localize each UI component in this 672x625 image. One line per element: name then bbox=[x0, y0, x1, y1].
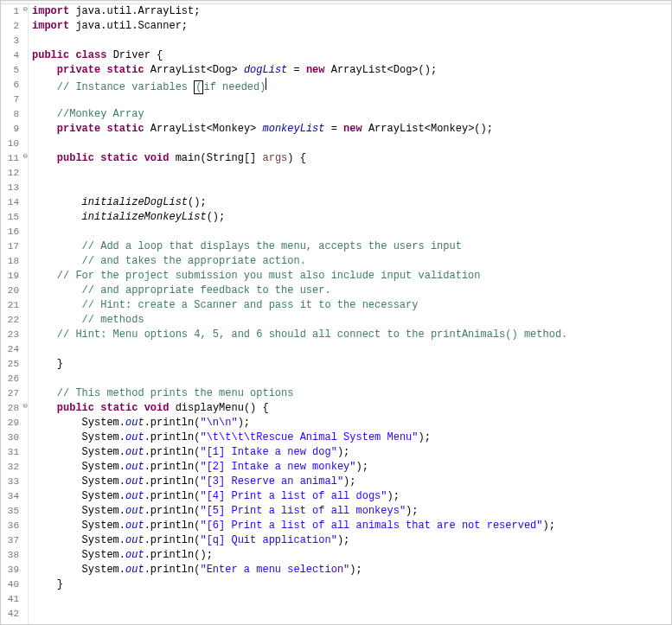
line-number[interactable]: 9 bbox=[1, 122, 26, 137]
line-number[interactable]: 31 bbox=[1, 445, 26, 460]
line-number[interactable]: 7 bbox=[1, 92, 26, 107]
code-line[interactable]: // This method prints the menu options bbox=[32, 386, 671, 401]
line-number[interactable]: 23 bbox=[1, 328, 26, 342]
code-line[interactable]: private static ArrayList<Monkey> monkeyL… bbox=[32, 122, 671, 137]
line-number[interactable]: 34 bbox=[1, 489, 26, 504]
code-token: "[5] Print a list of all monkeys" bbox=[200, 505, 406, 517]
line-number[interactable]: 22 bbox=[1, 313, 26, 328]
line-number-gutter[interactable]: 1⊖234567891011⊖1213141516171819202122232… bbox=[1, 4, 29, 624]
line-number[interactable]: 33 bbox=[1, 475, 26, 489]
line-number[interactable]: 13 bbox=[1, 181, 26, 195]
line-number[interactable]: 38 bbox=[1, 548, 26, 563]
line-number[interactable]: 24 bbox=[1, 342, 26, 357]
code-token bbox=[32, 284, 82, 297]
code-line[interactable]: //Monkey Array bbox=[32, 107, 671, 122]
code-line[interactable] bbox=[32, 607, 671, 622]
line-number[interactable]: 6 bbox=[1, 78, 26, 92]
code-token: // Instance variables bbox=[57, 81, 194, 93]
line-number[interactable]: 28⊖ bbox=[1, 401, 26, 416]
code-line[interactable] bbox=[32, 166, 671, 181]
code-line[interactable]: } bbox=[32, 577, 671, 592]
code-token: initializeMonkeyList bbox=[82, 211, 207, 223]
code-line[interactable]: System.out.println("[6] Print a list of … bbox=[32, 519, 671, 533]
line-number[interactable]: 36 bbox=[1, 519, 26, 533]
code-token: "[2] Intake a new monkey" bbox=[200, 461, 355, 473]
code-line[interactable] bbox=[32, 372, 671, 386]
line-number[interactable]: 29 bbox=[1, 416, 26, 430]
code-line[interactable]: // and appropriate feedback to the user. bbox=[32, 284, 671, 298]
code-token: .println( bbox=[144, 461, 201, 473]
code-token: ); bbox=[355, 461, 368, 473]
line-number[interactable]: 42 bbox=[1, 607, 26, 622]
line-number[interactable]: 18 bbox=[1, 254, 26, 269]
code-line[interactable]: System.out.println(); bbox=[32, 548, 671, 563]
fold-toggle-icon[interactable]: ⊖ bbox=[20, 403, 28, 411]
code-editor[interactable]: 1⊖234567891011⊖1213141516171819202122232… bbox=[1, 4, 671, 624]
code-line[interactable] bbox=[32, 92, 671, 107]
code-token: "Enter a menu selection" bbox=[200, 564, 349, 576]
code-line[interactable]: // Instance variables (if needed) bbox=[32, 78, 671, 92]
line-number[interactable]: 41 bbox=[1, 592, 26, 607]
code-line[interactable]: private static ArrayList<Dog> dogList = … bbox=[32, 63, 671, 78]
code-line[interactable] bbox=[32, 181, 671, 195]
line-number[interactable]: 35 bbox=[1, 504, 26, 519]
line-number[interactable]: 21 bbox=[1, 298, 26, 313]
line-number[interactable]: 12 bbox=[1, 166, 26, 181]
fold-toggle-icon[interactable]: ⊖ bbox=[20, 153, 28, 161]
line-number[interactable]: 37 bbox=[1, 533, 26, 548]
code-line[interactable]: System.out.println("[1] Intake a new dog… bbox=[32, 445, 671, 460]
line-number[interactable]: 3 bbox=[1, 34, 26, 48]
line-number[interactable]: 19 bbox=[1, 269, 26, 284]
code-line[interactable]: System.out.println("Enter a menu selecti… bbox=[32, 563, 671, 577]
line-number[interactable]: 39 bbox=[1, 563, 26, 577]
line-number[interactable]: 26 bbox=[1, 372, 26, 386]
code-token: out bbox=[125, 417, 144, 429]
line-number[interactable]: 15 bbox=[1, 210, 26, 225]
line-number[interactable]: 16 bbox=[1, 225, 26, 239]
code-line[interactable]: System.out.println("[5] Print a list of … bbox=[32, 504, 671, 519]
code-line[interactable] bbox=[32, 592, 671, 607]
line-number[interactable]: 25 bbox=[1, 357, 26, 372]
line-number[interactable]: 30 bbox=[1, 430, 26, 445]
code-line[interactable]: public static void displayMenu() { bbox=[32, 401, 671, 416]
fold-toggle-icon[interactable]: ⊖ bbox=[20, 6, 28, 14]
line-number[interactable]: 20 bbox=[1, 284, 26, 298]
line-number[interactable]: 40 bbox=[1, 577, 26, 592]
code-line[interactable]: System.out.println("[3] Reserve an anima… bbox=[32, 475, 671, 489]
code-line[interactable]: // For the project submission you must a… bbox=[32, 269, 671, 284]
code-line[interactable] bbox=[32, 225, 671, 239]
line-number[interactable]: 2 bbox=[1, 19, 26, 34]
code-line[interactable]: // Hint: create a Scanner and pass it to… bbox=[32, 298, 671, 313]
code-line[interactable]: System.out.println("\n\n"); bbox=[32, 416, 671, 430]
code-line[interactable] bbox=[32, 137, 671, 151]
code-line[interactable]: import java.util.Scanner; bbox=[32, 19, 671, 34]
code-content[interactable]: import java.util.ArrayList;import java.u… bbox=[29, 4, 671, 624]
code-line[interactable]: public class Driver { bbox=[32, 48, 671, 63]
line-number[interactable]: 4 bbox=[1, 48, 26, 63]
code-line[interactable]: import java.util.ArrayList; bbox=[32, 4, 671, 19]
line-number[interactable]: 8 bbox=[1, 107, 26, 122]
code-line[interactable]: // methods bbox=[32, 313, 671, 328]
line-number[interactable]: 27 bbox=[1, 386, 26, 401]
code-line[interactable] bbox=[32, 342, 671, 357]
code-line[interactable]: System.out.println("[2] Intake a new mon… bbox=[32, 460, 671, 475]
line-number[interactable]: 10 bbox=[1, 137, 26, 151]
line-number[interactable]: 5 bbox=[1, 63, 26, 78]
code-line[interactable]: // Add a loop that displays the menu, ac… bbox=[32, 239, 671, 254]
line-number[interactable]: 14 bbox=[1, 195, 26, 210]
code-line[interactable]: public static void main(String[] args) { bbox=[32, 151, 671, 166]
code-line[interactable]: } bbox=[32, 357, 671, 372]
code-line[interactable]: System.out.println("\t\t\t\tRescue Anima… bbox=[32, 430, 671, 445]
code-line[interactable]: System.out.println("[4] Print a list of … bbox=[32, 489, 671, 504]
code-line[interactable]: // and takes the appropriate action. bbox=[32, 254, 671, 269]
code-line[interactable]: // Hint: Menu options 4, 5, and 6 should… bbox=[32, 328, 671, 342]
code-line[interactable] bbox=[32, 34, 671, 48]
line-number[interactable]: 17 bbox=[1, 239, 26, 254]
code-line[interactable]: initializeDogList(); bbox=[32, 195, 671, 210]
code-line[interactable]: System.out.println("[q] Quit application… bbox=[32, 533, 671, 548]
line-number[interactable]: 32 bbox=[1, 460, 26, 475]
code-token: System. bbox=[32, 446, 125, 458]
line-number[interactable]: 11⊖ bbox=[1, 151, 26, 166]
line-number[interactable]: 1⊖ bbox=[1, 4, 26, 19]
code-line[interactable]: initializeMonkeyList(); bbox=[32, 210, 671, 225]
